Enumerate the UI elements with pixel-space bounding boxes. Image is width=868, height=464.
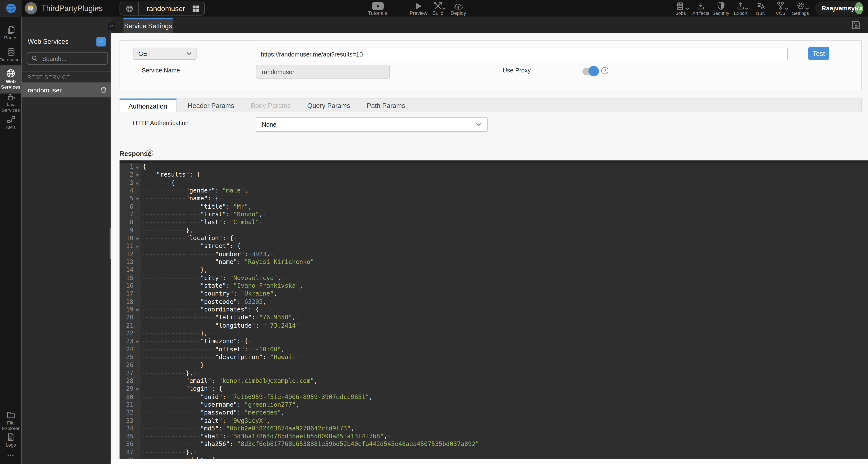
code-line[interactable]: 25--------------------"description":-"Ha… bbox=[120, 354, 868, 361]
code-line[interactable]: 22----------------},- bbox=[120, 330, 868, 338]
app-root: ThirdPartyPlugins randomuser bbox=[0, 0, 868, 464]
widgets-grid-icon[interactable] bbox=[192, 5, 199, 12]
nav-sidebar: Pages Databases Web Services Java Servic… bbox=[0, 16, 22, 464]
code-line[interactable]: 8----------------"last":-"Cimbal"- bbox=[120, 219, 868, 227]
build-chevron-icon bbox=[442, 7, 446, 10]
code-line[interactable]: 20--------------------"latitude":-"76.93… bbox=[120, 314, 868, 322]
code-line[interactable]: 7----------------"first":-"Konon",- bbox=[120, 211, 868, 219]
code-line[interactable]: 13--------------------"name":-"Rayisi Ki… bbox=[120, 258, 868, 266]
code-line[interactable]: 27------------},- bbox=[120, 369, 868, 377]
logs-icon bbox=[7, 433, 15, 442]
user-menu[interactable]: Raajvamsy RA bbox=[815, 1, 864, 15]
artifacts-button[interactable]: Artifacts bbox=[691, 0, 711, 16]
sidebar-item-logs[interactable]: Logs bbox=[0, 433, 22, 448]
sidebar-item-java-services[interactable]: Java Services bbox=[0, 92, 22, 113]
service-item-randomuser[interactable]: randomuser bbox=[22, 82, 111, 97]
settings-button[interactable]: Settings bbox=[790, 0, 810, 16]
auth-chevron-icon bbox=[476, 123, 482, 126]
code-line[interactable]: 12--------------------"number":-3923,- bbox=[120, 251, 868, 258]
code-line[interactable]: 19----------------"coordinates":-{- bbox=[120, 306, 868, 314]
sidebar-item-web-services[interactable]: Web Services bbox=[0, 65, 22, 94]
security-button[interactable]: Security bbox=[711, 0, 731, 16]
code-line[interactable]: 16----------------"state":-"Ivano-Franki… bbox=[120, 282, 868, 290]
code-line[interactable]: 3--------{- bbox=[120, 179, 868, 187]
code-line[interactable]: 24--------------------"offset":-"-10:00"… bbox=[120, 346, 868, 354]
code-line[interactable]: 4------------"gender":-"male",- bbox=[120, 187, 868, 195]
code-line[interactable]: 30----------------"uuid":-"7e166959-f51e… bbox=[120, 393, 868, 401]
tutorials-button[interactable]: Tutorials bbox=[362, 0, 393, 16]
code-line[interactable]: 10------------"location":-{- bbox=[120, 235, 868, 242]
editor-tabstrip bbox=[111, 16, 868, 33]
http-method-select[interactable]: GET bbox=[133, 47, 196, 60]
tab-body-params[interactable]: Body Params bbox=[245, 99, 296, 112]
security-shield-icon bbox=[717, 2, 724, 10]
export-button[interactable]: Export bbox=[731, 0, 751, 16]
sidebar-item-databases[interactable]: Databases bbox=[0, 47, 22, 63]
tab-service-settings[interactable]: Service Settings bbox=[123, 18, 173, 33]
artifacts-download-icon bbox=[697, 2, 705, 10]
sidebar-more-icon[interactable]: ••• bbox=[0, 453, 22, 458]
code-line[interactable]: 9------------},- bbox=[120, 227, 868, 235]
url-input[interactable] bbox=[256, 47, 788, 60]
code-line[interactable]: 35----------------"sha1":-"3d3ba17864d78… bbox=[120, 433, 868, 441]
app-switcher-chevron-icon[interactable] bbox=[94, 6, 100, 10]
rest-service-section-label: REST SERVICE bbox=[27, 74, 70, 80]
code-line[interactable]: 38------------"dob":-{- bbox=[120, 457, 868, 459]
code-line[interactable]: 15----------------"city":-"Novoselicya",… bbox=[120, 274, 868, 282]
code-line[interactable]: 28------------"email":-"konon.cimbal@exa… bbox=[120, 377, 868, 385]
tab-header-params[interactable]: Header Params bbox=[182, 99, 240, 112]
vcs-button[interactable]: VCS bbox=[771, 0, 790, 16]
code-line[interactable]: 21--------------------"longitude":-"-73.… bbox=[120, 322, 868, 330]
sidebar-item-pages[interactable]: Pages bbox=[0, 26, 22, 41]
code-line[interactable]: 2----"results":-[- bbox=[120, 171, 868, 179]
response-help-icon[interactable]: ? bbox=[146, 150, 153, 157]
add-service-button[interactable]: + bbox=[96, 37, 105, 46]
collapse-panel-button[interactable]: « bbox=[108, 22, 115, 30]
code-line[interactable]: 5------------"name":-{- bbox=[120, 195, 868, 203]
sidebar-item-apis[interactable]: APIs bbox=[0, 115, 22, 130]
code-line[interactable]: 34----------------"md5":-"0bfb2e0f824638… bbox=[120, 425, 868, 433]
proxy-help-icon[interactable]: ? bbox=[601, 67, 609, 74]
code-line[interactable]: 31----------------"username":-"greenlion… bbox=[120, 401, 868, 409]
service-name-field[interactable]: randomuser bbox=[256, 65, 390, 78]
tab-authorization[interactable]: Authorization bbox=[120, 99, 177, 112]
code-line[interactable]: 29------------"login":-{- bbox=[120, 385, 868, 393]
build-tools-icon bbox=[433, 2, 442, 10]
search-input[interactable] bbox=[41, 55, 101, 62]
code-line[interactable]: 1{ bbox=[120, 163, 868, 171]
web-services-label: Web Services bbox=[0, 79, 22, 90]
code-line[interactable]: 37------------},- bbox=[120, 449, 868, 457]
wave-logo-icon bbox=[5, 3, 17, 14]
response-editor[interactable]: 1{2----"results":-[-3--------{-4--------… bbox=[120, 160, 868, 459]
code-line[interactable]: 6----------------"title":-"Mr",- bbox=[120, 203, 868, 211]
code-line[interactable]: 23----------------"timezone":-{- bbox=[120, 338, 868, 345]
code-line[interactable]: 32----------------"password":-"mercedes"… bbox=[120, 409, 868, 417]
tab-query-params[interactable]: Query Params bbox=[302, 99, 356, 112]
test-button[interactable]: Test bbox=[808, 47, 829, 60]
apis-label: APIs bbox=[6, 125, 16, 130]
code-line[interactable]: 36----------------"sha256":-"8d3cf6eb617… bbox=[120, 441, 868, 449]
save-icon[interactable] bbox=[851, 21, 861, 30]
preview-button[interactable]: Preview bbox=[406, 0, 431, 16]
sidebar-item-file-explorer[interactable]: File Explorer bbox=[0, 411, 22, 431]
code-line[interactable]: 11----------------"street":-{- bbox=[120, 243, 868, 251]
i18n-button[interactable]: I18N bbox=[751, 0, 771, 16]
document-tab-randomuser[interactable]: randomuser bbox=[120, 2, 205, 15]
service-search[interactable] bbox=[27, 52, 108, 65]
tab-path-params[interactable]: Path Params bbox=[361, 99, 411, 112]
code-line[interactable]: 33----------------"salt":-"9wg3LcyX",- bbox=[120, 417, 868, 425]
http-auth-select[interactable]: None bbox=[256, 117, 488, 132]
code-line[interactable]: 17----------------"country":-"Ukraine",- bbox=[120, 290, 868, 298]
app-switcher[interactable]: ThirdPartyPlugins bbox=[25, 0, 103, 16]
code-line[interactable]: 26----------------}- bbox=[120, 361, 868, 369]
code-line[interactable]: 18----------------"postcode":-63205,- bbox=[120, 298, 868, 306]
panel-divider bbox=[22, 71, 111, 72]
build-button[interactable]: Build bbox=[427, 0, 448, 16]
jobs-button[interactable]: Jobs bbox=[671, 0, 691, 16]
use-proxy-toggle-knob[interactable] bbox=[589, 66, 599, 76]
brand-logo[interactable] bbox=[0, 0, 22, 16]
code-line[interactable]: 14----------------},- bbox=[120, 266, 868, 274]
file-explorer-icon bbox=[6, 411, 15, 420]
delete-service-icon[interactable] bbox=[100, 86, 107, 94]
deploy-button[interactable]: Deploy bbox=[446, 0, 470, 16]
